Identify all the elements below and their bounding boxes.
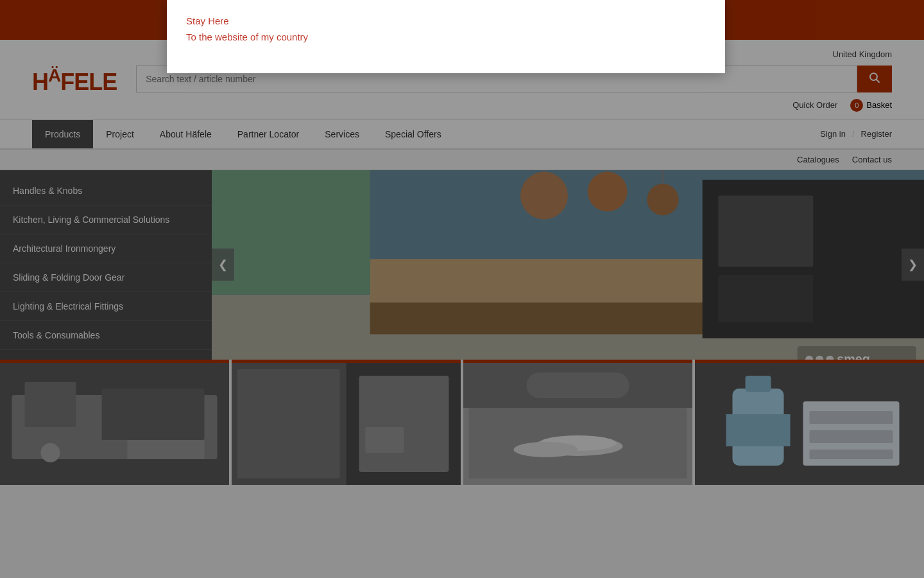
stay-here-link[interactable]: Stay Here xyxy=(186,15,706,26)
country-dialog: Stay Here To the website of my country xyxy=(167,0,725,73)
country-website-link[interactable]: To the website of my country xyxy=(186,31,706,42)
overlay-backdrop xyxy=(0,0,924,578)
